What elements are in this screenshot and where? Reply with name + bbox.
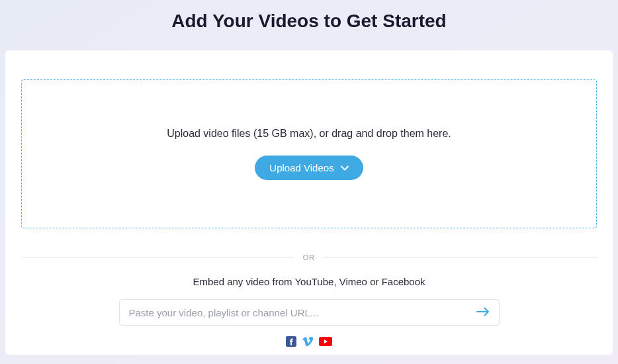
divider: OR (21, 253, 597, 261)
upload-videos-button[interactable]: Upload Videos (255, 156, 363, 180)
facebook-icon (286, 336, 296, 347)
arrow-right-icon (476, 307, 490, 318)
chevron-down-icon (341, 165, 349, 171)
embed-instruction: Embed any video from YouTube, Vimeo or F… (5, 276, 613, 287)
youtube-icon (319, 337, 332, 346)
submit-url-button[interactable] (472, 303, 494, 322)
upload-dropzone[interactable]: Upload video files (15 GB max), or drag … (21, 79, 597, 228)
video-url-input[interactable] (129, 307, 472, 318)
main-card: Upload video files (15 GB max), or drag … (5, 50, 613, 355)
social-icons-row (5, 336, 613, 347)
divider-line-right (324, 257, 597, 258)
page-title: Add Your Videos to Get Started (0, 0, 618, 50)
divider-line-left (21, 257, 294, 258)
upload-button-label: Upload Videos (269, 162, 333, 173)
vimeo-icon (302, 336, 314, 347)
divider-label: OR (294, 253, 325, 261)
url-input-row (119, 299, 500, 326)
dropzone-instruction: Upload video files (15 GB max), or drag … (167, 128, 451, 140)
